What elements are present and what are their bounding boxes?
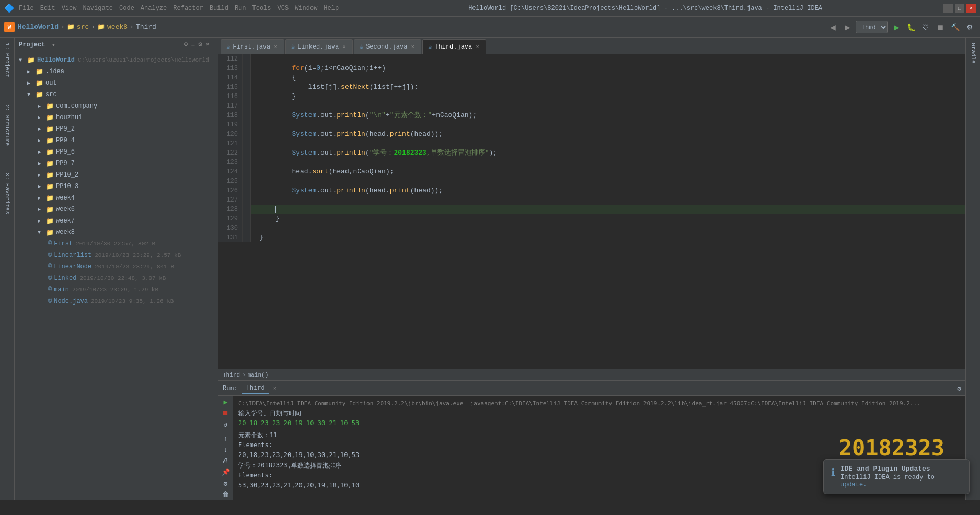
tree-item-linked[interactable]: © Linked 2019/10/30 22:48, 3.07 kB [15,273,218,284]
close-run-tab[interactable]: × [273,385,277,392]
expand-arrow: ▼ [19,57,27,63]
run-button[interactable]: ▶ [890,21,903,33]
close-tab-second[interactable]: × [410,43,416,51]
folder-icon: 📁 [46,160,54,168]
tree-item-pp103[interactable]: ▶ 📁 PP10_3 [15,181,218,192]
tab-linked-java[interactable]: ☕ Linked.java × [285,39,353,54]
left-vertical-tabs: 1: Project 2: Structure 3: Favorites [0,38,15,500]
code-line-119: 119 [218,120,965,130]
menu-code[interactable]: Code [119,5,134,12]
settings-icon[interactable]: ⚙ [198,40,202,49]
menu-tools[interactable]: Tools [252,5,271,12]
settings-button[interactable]: ⚙ [963,21,976,33]
debug-button[interactable]: 🐛 [905,21,917,33]
tree-item-week4[interactable]: ▶ 📁 week4 [15,192,218,204]
structure-tab[interactable]: 2: Structure [3,101,11,149]
scroll-down-button[interactable]: ↓ [220,446,232,454]
close-panel-icon[interactable]: × [205,41,210,49]
scroll-up-button[interactable]: ↑ [220,435,232,443]
stop-run-button[interactable]: ⏹ [220,409,232,417]
tree-item-week6[interactable]: ▶ 📁 week6 [15,204,218,215]
tree-item-idea[interactable]: ▶ 📁 .idea [15,66,218,77]
rerun-button[interactable]: ↺ [220,420,232,429]
tab-third-java[interactable]: ☕ Third.java × [422,39,486,54]
code-line-125: 125 [218,177,965,186]
tree-item-linearnode[interactable]: © LinearNode 2019/10/23 23:29, 841 B [15,261,218,273]
expand-arrow: ▶ [38,114,46,121]
stop-button[interactable]: ⏹ [934,21,947,33]
gradle-tab[interactable]: Gradle [969,40,977,67]
code-line-123: 123 [218,158,965,167]
menu-file[interactable]: File [19,5,34,12]
forward-nav-button[interactable]: ▶ [841,21,854,33]
statusbar-third: Third [223,372,240,378]
tree-item-main[interactable]: © main 2019/10/23 23:29, 1.29 kB [15,284,218,296]
back-nav-button[interactable]: ◀ [826,21,839,33]
build-button[interactable]: 🔨 [949,21,961,33]
collapse-icon[interactable]: ≡ [191,41,195,49]
minimize-button[interactable]: − [943,4,953,13]
tab-second-java[interactable]: ☕ Second.java × [354,39,421,54]
tab-icon-first: ☕ [226,43,230,51]
favorites-tab[interactable]: 3: Favorites [3,170,11,217]
coverage-button[interactable]: 🛡 [919,21,932,33]
breadcrumb-app[interactable]: HelloWorld [18,23,59,31]
close-button[interactable]: × [966,4,976,13]
tree-item-first[interactable]: © First 2019/10/30 22:57, 802 B [15,238,218,250]
folder-icon: 📁 [46,194,54,202]
close-tab-linked[interactable]: × [341,43,347,51]
breadcrumb-week8[interactable]: week8 [107,23,128,31]
menu-view[interactable]: View [62,5,77,12]
run-settings-icon[interactable]: ⚙ [957,384,961,393]
menu-help[interactable]: Help [324,5,339,12]
locate-icon[interactable]: ⊕ [184,40,188,49]
update-link[interactable]: update. [840,481,867,488]
tree-item-helloworld[interactable]: ▼ 📁 HelloWorld C:\Users\82021\IdeaProjec… [15,54,218,66]
app-icon: 🔷 [4,3,15,14]
menu-run[interactable]: Run [235,5,246,12]
tree-item-src[interactable]: ▼ 📁 src [15,89,218,100]
tree-item-linearlist[interactable]: © Linearlist 2019/10/23 23:29, 2.57 kB [15,250,218,261]
menu-window[interactable]: Window [295,5,317,12]
run-tab[interactable]: Third [242,383,269,394]
close-tab-first[interactable]: × [273,43,279,51]
menu-navigate[interactable]: Navigate [83,5,113,12]
tree-item-pp96[interactable]: ▶ 📁 PP9_6 [15,146,218,158]
first-meta: 2019/10/30 22:57, 802 B [76,241,155,247]
run-config-select[interactable]: Third [856,21,888,33]
tab-first-java[interactable]: ☕ First.java × [221,39,284,54]
menu-edit[interactable]: Edit [40,5,55,12]
maximize-button[interactable]: □ [955,4,964,13]
tree-item-nodejava[interactable]: © Node.java 2019/10/23 9:35, 1.26 kB [15,296,218,307]
pp97-label: PP9_7 [56,160,75,167]
filter-button[interactable]: ⚙ [220,479,232,488]
tree-item-out[interactable]: ▶ 📁 out [15,77,218,89]
menu-build[interactable]: Build [210,5,228,12]
expand-arrow: ▶ [27,68,36,75]
menu-refactor[interactable]: Refactor [173,5,203,12]
breadcrumb-src[interactable]: src [77,23,89,31]
tree-item-pp102[interactable]: ▶ 📁 PP10_2 [15,169,218,181]
run-again-button[interactable]: ▶ [220,398,232,406]
code-editor[interactable]: 112 113 for(i=0;i<nCaoQian;i++) 114 { [218,54,965,369]
print-button[interactable]: 🖨 [220,457,232,465]
tree-item-pp92[interactable]: ▶ 📁 PP9_2 [15,123,218,135]
pin-button[interactable]: 📌 [220,468,232,476]
project-tab[interactable]: 1: Project [3,40,11,80]
run-header: Run: Third × ⚙ [218,381,965,396]
tree-item-houzhui[interactable]: ▶ 📁 houzhui [15,112,218,123]
close-tab-third[interactable]: × [475,43,480,51]
tree-item-pp94[interactable]: ▶ 📁 PP9_4 [15,135,218,146]
menu-vcs[interactable]: VCS [278,5,289,12]
root-path: C:\Users\82021\IdeaProjects\HelloWorld [78,57,209,63]
menu-analyze[interactable]: Analyze [141,5,167,12]
expand-arrow: ▶ [38,218,46,224]
folder-icon1: 📁 [67,23,75,31]
breadcrumb-third[interactable]: Third [136,23,156,31]
tree-item-comcompany[interactable]: ▶ 📁 com.company [15,100,218,112]
tree-item-pp97[interactable]: ▶ 📁 PP9_7 [15,158,218,169]
linearlist-label: Linearlist [54,252,91,259]
clear-button[interactable]: 🗑 [220,491,232,499]
tree-item-week7[interactable]: ▶ 📁 week7 [15,215,218,227]
tree-item-week8[interactable]: ▼ 📁 week8 [15,227,218,238]
